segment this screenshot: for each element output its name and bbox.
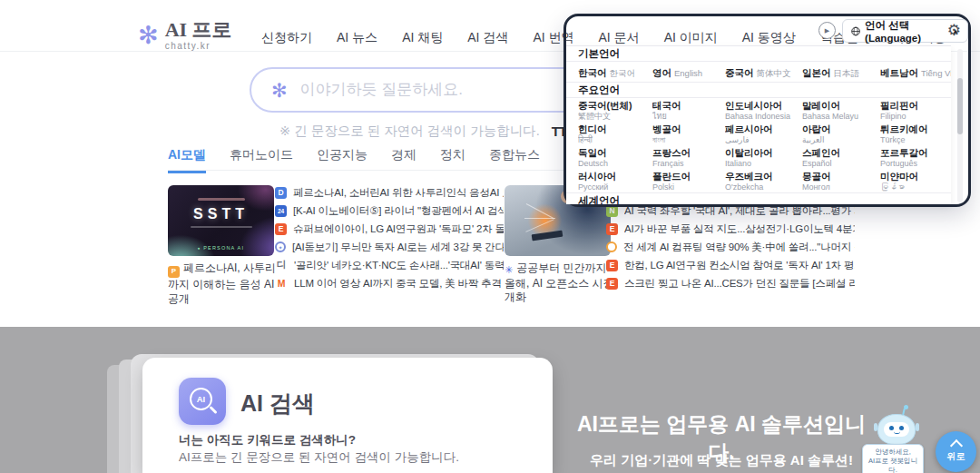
language-native-name: 한국어 xyxy=(610,68,636,78)
news-item[interactable]: 디'골리앗' 네카오·KT·NC도 손사래...'국대AI' 동력 급랭 가능성 xyxy=(275,256,504,274)
language-name: 일본어 xyxy=(802,67,831,78)
language-option[interactable]: 일본어日本語 xyxy=(802,64,880,80)
language-option[interactable]: 중국어简体中文 xyxy=(725,64,802,80)
language-option[interactable]: 미얀마어မြန်မာ xyxy=(880,169,951,192)
language-option[interactable]: 영어English xyxy=(652,64,725,80)
globe-icon xyxy=(851,25,860,37)
ai-pro-portal: ✻ AI 프로 chatty.kr 신청하기AI 뉴스AI 채팅AI 검색AI … xyxy=(0,0,980,473)
news-item[interactable]: MLLM 이어 영상 AI까지 중국 모델, 美 바짝 추격 xyxy=(275,274,504,292)
tab-AI모델[interactable]: AI모델 xyxy=(168,147,206,173)
thumb-decor xyxy=(525,219,554,232)
news-item[interactable]: E한컴, LG AI연구원 컨소시엄 참여로 '독자 AI' 1차 평가 종합.… xyxy=(606,256,855,274)
language-option[interactable]: 베트남어Tiếng Việt xyxy=(880,64,951,80)
language-native-name: 日本語 xyxy=(834,68,860,78)
language-option[interactable]: 페르시아어فارسی xyxy=(725,122,802,145)
language-name: 아랍어 xyxy=(802,123,880,135)
thumb-decor xyxy=(526,203,554,219)
source-icon: 24 xyxy=(275,205,287,217)
news-item[interactable]: D페르소나AI, 소버린AI 위한 사투리인식 음성AI 모델 공개 xyxy=(275,183,504,202)
language-name: 페르시아어 xyxy=(725,123,802,135)
news-item[interactable]: 전 세계 AI 컴퓨팅 역량 90% 美·中에 쏠려..."나머지 뭉쳐야" xyxy=(606,238,855,256)
thumb-title: SSTT xyxy=(168,206,274,222)
news-title: 한컴, LG AI연구원 컨소시엄 참여로 '독자 AI' 1차 평가 종합..… xyxy=(624,259,855,272)
news-category-tabs: AI모델휴머노이드인공지능경제정치종합뉴스 xyxy=(168,147,540,173)
chatbot-bubble[interactable]: 안녕하세요, AI프로 챗봇입니다. xyxy=(862,444,924,473)
language-native-name: Deutsch xyxy=(578,159,652,169)
source-icon: E xyxy=(606,278,618,290)
language-native-name: हिन्दी xyxy=(578,135,652,145)
language-option[interactable]: 중국어(번체)繁體中文 xyxy=(578,98,652,122)
language-option[interactable]: 한국어한국어 xyxy=(578,64,652,80)
flower-logo-icon: ✻ xyxy=(138,24,159,48)
news-item[interactable]: 24[K-AI 이노베이터⑤] 라이너 "형광펜에서 AI 검색으로 진... xyxy=(275,202,504,220)
nav-item[interactable]: AI 검색 xyxy=(467,30,508,46)
language-name: 폴란드어 xyxy=(652,171,725,182)
language-option[interactable]: 폴란드어Polski xyxy=(652,169,725,192)
language-name: 튀르키예어 xyxy=(880,123,951,135)
language-button-label: 언어 선택 (Language) xyxy=(865,19,946,44)
language-native-name: Bahasa Melayu xyxy=(802,112,880,122)
language-option[interactable]: 이탈리아어Italiano xyxy=(725,145,802,169)
language-name: 독일어 xyxy=(578,147,652,159)
gear-icon[interactable]: ⚙ xyxy=(947,21,961,40)
language-option[interactable]: 태국어ไทย xyxy=(652,98,725,122)
source-icon: ✳ xyxy=(505,263,513,277)
news-item[interactable]: ✦[AI돋보기] 무늬만 독자 AI로는 세계 3강 못 간다 xyxy=(275,238,504,256)
language-native-name: Bahasa Indonesia xyxy=(725,112,802,122)
language-option[interactable]: 몽골어Монгол xyxy=(802,169,880,192)
language-option[interactable]: 벵골어বাংলা xyxy=(652,122,725,145)
language-name: 영어 xyxy=(652,67,671,78)
language-option[interactable]: 말레이어Bahasa Melayu xyxy=(802,98,880,122)
robot-face xyxy=(884,422,909,437)
news-title: LLM 이어 영상 AI까지 중국 모델, 美 바짝 추격 xyxy=(294,277,502,291)
language-option[interactable]: 인도네시아어Bahasa Indonesia xyxy=(725,98,802,122)
language-option[interactable]: 힌디어हिन्दी xyxy=(578,122,652,145)
news-title: AI가 바꾼 부품 실적 지도...삼성전기·LG이노텍 4분기 성적... xyxy=(624,222,855,236)
source-icon: D xyxy=(275,187,287,199)
feature-card-line1: 너는 아직도 키워드로 검색하니? xyxy=(179,432,356,448)
tab-휴머노이드[interactable]: 휴머노이드 xyxy=(230,147,293,173)
robot-eye xyxy=(899,426,904,430)
language-option[interactable]: 우즈베크어O'zbekcha xyxy=(725,169,802,192)
language-option[interactable]: 필리핀어Filipino xyxy=(880,98,951,122)
tab-인공지능[interactable]: 인공지능 xyxy=(317,147,368,173)
news-title: '골리앗' 네카오·KT·NC도 손사래...'국대AI' 동력 급랭 가능성 xyxy=(294,259,504,272)
language-section-title: 기본언어 xyxy=(566,46,951,62)
language-option[interactable]: 스페인어Español xyxy=(802,145,880,169)
language-native-name: Tiếng Việt xyxy=(921,68,951,78)
language-native-name: O'zbekcha xyxy=(725,182,802,192)
language-option[interactable]: 튀르키예어Türkçe xyxy=(880,122,951,145)
language-section-title: 주요언어 xyxy=(566,83,951,98)
robot-eye xyxy=(889,426,894,430)
source-icon: M xyxy=(275,278,288,290)
language-native-name: فارسی xyxy=(725,135,802,145)
back-to-top-button[interactable]: 위로 xyxy=(936,431,976,472)
news-item[interactable]: E슈퍼브에이아이, LG AI연구원과 '독파모' 2차 돌입...피지컬... xyxy=(275,220,504,238)
news-item[interactable]: EAI가 바꾼 부품 실적 지도...삼성전기·LG이노텍 4분기 성적... xyxy=(606,220,855,238)
tab-경제[interactable]: 경제 xyxy=(391,147,416,173)
scrollbar-thumb[interactable] xyxy=(957,78,963,134)
chatbot-mascot[interactable] xyxy=(869,405,924,447)
feature-card-ai-search[interactable]: AI AI 검색 너는 아직도 키워드로 검색하니? AI프로는 긴 문장으로 … xyxy=(142,358,553,473)
brand-logo[interactable]: ✻ AI 프로 chatty.kr xyxy=(138,20,232,51)
featured-caption-center[interactable]: ✳공공부터 민간까지...올해, AI 오픈소스 시장 개화 xyxy=(505,261,617,305)
language-option[interactable]: 러시아어Русский xyxy=(578,169,652,192)
language-option[interactable]: 포르투갈어Português xyxy=(880,145,951,169)
scrollbar-track[interactable] xyxy=(957,49,963,202)
nav-item[interactable]: AI 뉴스 xyxy=(337,30,377,46)
language-option[interactable]: 아랍어العربية xyxy=(802,122,880,145)
source-icon xyxy=(606,241,617,252)
featured-thumbnail-sstt[interactable]: SSTT PERSONA AI xyxy=(168,185,274,256)
tab-종합뉴스[interactable]: 종합뉴스 xyxy=(489,147,540,173)
nav-item[interactable]: AI 채팅 xyxy=(402,30,443,46)
news-title: [K-AI 이노베이터⑤] 라이너 "형광펜에서 AI 검색으로 진... xyxy=(293,204,504,218)
language-option[interactable]: 프랑스어Français xyxy=(652,145,725,169)
play-icon[interactable]: ▶ xyxy=(818,22,836,39)
news-item[interactable]: E스크린 찢고 나온 AI...CES가 던진 질문들 [스페셜 리스트뷰] xyxy=(606,274,855,292)
source-icon: E xyxy=(606,260,618,271)
language-option[interactable]: 독일어Deutsch xyxy=(578,145,652,169)
tab-정치[interactable]: 정치 xyxy=(440,147,466,173)
feature-card-line2: AI프로는 긴 문장으로 된 자연어 검색이 가능합니다. xyxy=(179,449,459,466)
nav-item[interactable]: 신청하기 xyxy=(261,30,312,46)
featured-caption-left[interactable]: P페르소나AI, 사투리까지 이해하는 음성 AI 공개 xyxy=(168,261,280,306)
